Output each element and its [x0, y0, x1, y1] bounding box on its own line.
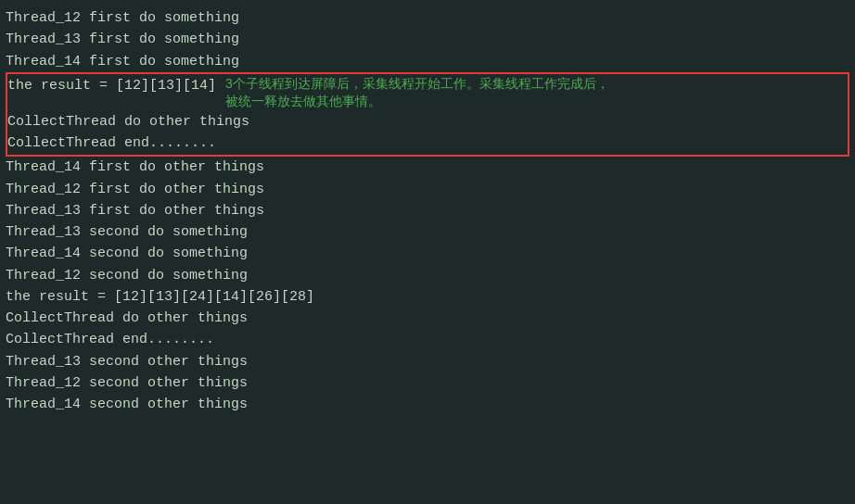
result-line-2: the result = [12][13][24][14][26][28]: [6, 286, 849, 308]
line-thread13-first: Thread_13 first do something: [6, 29, 849, 50]
line-thread14-first: Thread_14 first do something: [6, 51, 849, 72]
line-t12-second: Thread_12 second do something: [6, 265, 849, 286]
line-t14-second-other: Thread_14 second other things: [6, 394, 849, 415]
line-t12-other: Thread_12 first do other things: [6, 179, 849, 200]
collect-end-line: CollectThread end........: [7, 132, 848, 154]
line-t14-other: Thread_14 first do other things: [6, 157, 849, 178]
result-text: the result = [12][13][14]: [7, 75, 216, 96]
line-t14-second: Thread_14 second do something: [6, 243, 849, 264]
line-t12-second-other: Thread_12 second other things: [6, 372, 849, 394]
line-t13-second: Thread_13 second do something: [6, 221, 849, 243]
collect-end-line-2: CollectThread end........: [6, 329, 849, 350]
line-thread12-first: Thread_12 first do something: [6, 7, 849, 29]
collect-do-line-2: CollectThread do other things: [6, 308, 849, 329]
line-t13-second-other: Thread_13 second other things: [6, 351, 849, 372]
annotation-text: 3个子线程到达屏障后，采集线程开始工作。采集线程工作完成后，被统一释放去做其他事…: [225, 75, 615, 111]
collect-do-line: CollectThread do other things: [7, 111, 848, 132]
line-t13-other: Thread_13 first do other things: [6, 200, 849, 221]
console-output: Thread_12 first do something Thread_13 f…: [6, 7, 849, 415]
highlighted-block: the result = [12][13][14] 3个子线程到达屏障后，采集线…: [6, 72, 849, 158]
result-line: the result = [12][13][14] 3个子线程到达屏障后，采集线…: [7, 75, 848, 111]
